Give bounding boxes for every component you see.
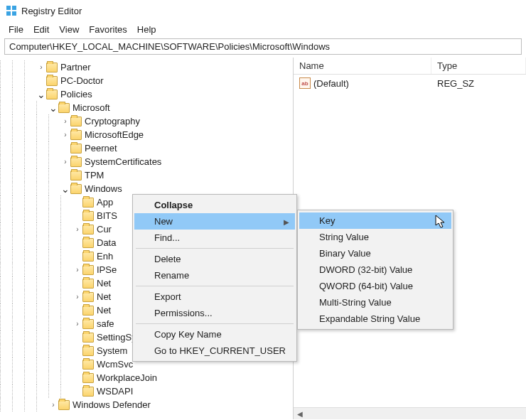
chevron-down-icon[interactable]: ⌄: [48, 102, 58, 114]
tree-item[interactable]: Peernet: [0, 141, 293, 155]
folder-icon: [82, 265, 94, 275]
menu-separator: [136, 286, 294, 286]
tree-item-label: TPM: [85, 170, 104, 181]
tree-item-label: Cur: [97, 224, 112, 235]
context-menu[interactable]: CollapseNew▶Find...DeleteRenameExportPer…: [132, 194, 297, 362]
folder-icon: [70, 171, 82, 181]
tree-item-label: Policies: [60, 89, 92, 99]
menu-item[interactable]: Binary Value: [299, 245, 451, 262]
tree-item-label: Windows: [85, 183, 122, 194]
tree-item-label: Peernet: [85, 143, 117, 154]
tree-item-label: PC-Doctor: [60, 75, 104, 86]
menu-item[interactable]: Delete: [134, 251, 295, 267]
folder-icon: [82, 319, 94, 329]
tree-item-label: WorkplaceJoin: [97, 372, 157, 383]
folder-icon: [82, 346, 94, 356]
menu-item[interactable]: Find...: [134, 230, 295, 246]
menu-item[interactable]: Multi-String Value: [299, 294, 451, 311]
scroll-left-icon[interactable]: ◀: [294, 408, 306, 420]
tree-item-label: WcmSvc: [97, 359, 133, 370]
chevron-down-icon[interactable]: ⌄: [60, 183, 70, 195]
menu-item[interactable]: Key: [299, 212, 451, 229]
folder-icon: [70, 184, 82, 194]
menu-item[interactable]: Copy Key Name: [134, 326, 295, 343]
menubar: File Edit View Favorites Help: [0, 21, 526, 37]
folder-icon: [70, 157, 82, 167]
chevron-right-icon[interactable]: ›: [73, 266, 82, 274]
menu-item[interactable]: Collapse: [134, 197, 295, 213]
tree-item[interactable]: ›Partner: [0, 60, 293, 74]
menu-item[interactable]: Go to HKEY_CURRENT_USER: [134, 343, 295, 359]
tree-item[interactable]: ›SystemCertificates: [0, 155, 293, 168]
column-name[interactable]: Name: [294, 58, 431, 74]
tree-item-label: System: [97, 345, 127, 356]
tree-item[interactable]: ›MicrosoftEdge: [0, 128, 293, 141]
folder-icon: [82, 252, 94, 262]
value-type: REG_SZ: [431, 77, 526, 90]
menu-separator: [136, 323, 294, 324]
tree-item[interactable]: WSDAPI: [0, 384, 293, 398]
menu-item[interactable]: Expandable String Value: [299, 311, 451, 327]
folder-icon: [82, 238, 94, 248]
tree-item-label: App: [97, 197, 113, 208]
menu-separator: [136, 248, 294, 249]
menu-favorites[interactable]: Favorites: [85, 23, 131, 36]
titlebar: Registry Editor: [0, 0, 526, 21]
chevron-right-icon[interactable]: ›: [60, 131, 70, 139]
chevron-right-icon[interactable]: ›: [73, 225, 82, 233]
svg-rect-1: [12, 6, 16, 10]
tree-item-label: safe: [97, 318, 114, 329]
folder-icon: [82, 306, 94, 316]
menu-help[interactable]: Help: [133, 23, 161, 36]
menu-item[interactable]: String Value: [299, 229, 451, 245]
chevron-down-icon[interactable]: ⌄: [36, 89, 46, 100]
tree-item[interactable]: ⌄Policies: [0, 87, 293, 101]
chevron-right-icon[interactable]: ›: [60, 158, 70, 166]
menu-file[interactable]: File: [4, 23, 28, 36]
tree-item-label: WSDAPI: [97, 386, 133, 397]
tree-item-label: Net: [97, 305, 111, 316]
app-icon: [6, 5, 17, 16]
menu-edit[interactable]: Edit: [29, 23, 53, 36]
svg-rect-0: [6, 6, 11, 10]
tree-item-label: Data: [97, 237, 116, 248]
chevron-right-icon[interactable]: ›: [73, 293, 82, 301]
menu-item[interactable]: QWORD (64-bit) Value: [299, 278, 451, 294]
tree-item[interactable]: ›Windows Defender: [0, 398, 293, 411]
tree-item-label: MicrosoftEdge: [85, 129, 144, 140]
tree-item[interactable]: ›Cryptography: [0, 114, 293, 128]
folder-icon: [58, 103, 70, 113]
context-submenu[interactable]: KeyString ValueBinary ValueDWORD (32-bit…: [297, 210, 453, 330]
address-bar[interactable]: Computer\HKEY_LOCAL_MACHINE\SOFTWARE\Pol…: [4, 38, 522, 55]
tree-item[interactable]: ⌄Microsoft: [0, 101, 293, 114]
folder-icon: [82, 387, 94, 397]
submenu-arrow-icon: ▶: [284, 217, 289, 225]
menu-item[interactable]: New▶: [134, 213, 295, 230]
horizontal-scrollbar[interactable]: ◀: [294, 407, 526, 419]
menu-item[interactable]: Rename: [134, 267, 295, 284]
menu-item[interactable]: Export: [134, 289, 295, 305]
svg-rect-2: [6, 11, 11, 16]
chevron-right-icon[interactable]: ›: [73, 320, 82, 328]
menu-view[interactable]: View: [55, 23, 83, 36]
tree-item-label: Net: [97, 278, 111, 289]
chevron-right-icon[interactable]: ›: [60, 117, 70, 125]
column-type[interactable]: Type: [431, 58, 526, 74]
folder-icon: [82, 225, 94, 235]
tree-item[interactable]: TPM: [0, 168, 293, 182]
string-value-icon: ab: [299, 77, 311, 89]
folder-icon: [46, 90, 58, 99]
folder-icon: [46, 76, 58, 86]
chevron-right-icon[interactable]: ›: [48, 401, 58, 409]
tree-item-label: SystemCertificates: [85, 156, 161, 167]
menu-item[interactable]: Permissions...: [134, 305, 295, 321]
tree-item[interactable]: PC-Doctor: [0, 74, 293, 87]
folder-icon: [82, 211, 94, 221]
list-header: Name Type: [294, 58, 526, 75]
svg-rect-3: [12, 11, 16, 16]
menu-item[interactable]: DWORD (32-bit) Value: [299, 262, 451, 278]
app-title: Registry Editor: [21, 6, 82, 16]
chevron-right-icon[interactable]: ›: [36, 63, 46, 71]
list-row[interactable]: ab (Default) REG_SZ: [294, 76, 526, 90]
tree-item[interactable]: WorkplaceJoin: [0, 371, 293, 384]
